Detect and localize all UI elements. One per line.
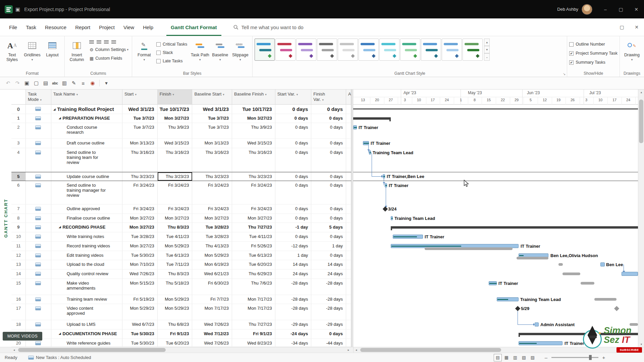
filter-chevron-icon[interactable]: ▾ (223, 93, 224, 96)
title-save-icon[interactable]: ▣ (15, 6, 20, 12)
collapse-triangle-icon[interactable]: ◢ (53, 108, 56, 111)
gantt-style-9[interactable] (421, 39, 441, 61)
overflow-cell[interactable] (346, 260, 351, 269)
start-var-cell[interactable]: -12 days (275, 242, 312, 251)
baseline-button[interactable]: Baseline▾ (210, 38, 230, 69)
overflow-cell[interactable] (346, 242, 351, 251)
overflow-cell[interactable] (346, 105, 351, 114)
finish-var-cell[interactable]: 0 days (311, 214, 346, 223)
task-usage-view-button[interactable]: ▦ (502, 354, 511, 361)
finish-var-cell[interactable]: 14 days (311, 260, 346, 269)
filter-chevron-icon[interactable]: ▾ (297, 93, 298, 96)
critical-tasks-checkbox[interactable]: Critical Tasks (156, 41, 187, 48)
row-number-cell[interactable]: 0 (11, 105, 26, 114)
finish-var-cell[interactable]: 0 days (311, 123, 346, 138)
task-mode-cell[interactable] (26, 114, 51, 123)
gantt-milestone-diamond[interactable] (515, 306, 521, 311)
start-var-cell[interactable]: 0 days (275, 139, 312, 148)
gantt-style-6[interactable] (359, 39, 379, 61)
gallery-up-button[interactable]: ▴ (484, 39, 490, 46)
task-name-cell[interactable]: Quality control review (51, 269, 122, 279)
overflow-cell[interactable] (346, 232, 351, 241)
format-button[interactable]: ✎Format▾ (134, 38, 154, 69)
row-number-cell[interactable]: 10 (11, 232, 26, 241)
gantt-summary-bar[interactable] (353, 117, 391, 120)
row-number-cell[interactable]: 6 (11, 181, 26, 204)
row-number-cell[interactable]: 14 (11, 269, 26, 279)
start-cell[interactable]: Tue 5/30/23 (122, 339, 158, 347)
task-mode-cell[interactable] (26, 223, 51, 232)
tab-task[interactable]: Task (21, 18, 41, 36)
undo-button[interactable]: ↶ (3, 78, 13, 88)
start-cell[interactable]: Wed 6/7/23 (122, 320, 158, 329)
baseline-finish-cell[interactable]: Thu 7/27/23 (232, 223, 275, 232)
task-mode-cell[interactable] (26, 260, 51, 269)
subscribe-badge[interactable]: SUBSCRIBE (616, 347, 642, 353)
task-name-cell[interactable]: Update course outline (51, 172, 122, 181)
gantt-style-7[interactable] (379, 39, 399, 61)
row-number-cell[interactable]: 12 (11, 251, 26, 260)
tab-resource[interactable]: Resource (41, 18, 71, 36)
gantt-task-bar[interactable] (353, 125, 357, 129)
outline-button[interactable]: ≡ (78, 78, 88, 88)
finish-var-cell[interactable]: 0 days (311, 232, 346, 241)
filter-chevron-icon[interactable]: ▾ (76, 93, 78, 96)
baseline-start-cell[interactable]: Thu 4/13/23 (192, 242, 232, 251)
finish-cell[interactable]: Tue 7/11/23 (158, 260, 193, 269)
row-number-cell[interactable]: 1 (11, 114, 26, 123)
start-cell[interactable]: Mon 3/13/23 (122, 139, 158, 148)
start-var-cell[interactable]: 14 days (275, 260, 312, 269)
task-name-cell[interactable]: Edit training videos (51, 251, 122, 260)
finish-var-cell[interactable]: 0 days (311, 181, 346, 204)
baseline-start-cell[interactable]: Mon 3/13/23 (192, 139, 232, 148)
baseline-start-cell[interactable]: Tue 3/7/23 (192, 123, 232, 138)
team-planner-view-button[interactable]: ▥ (511, 354, 519, 361)
finish-cell[interactable]: Tue 6/13/23 (158, 251, 193, 260)
gantt-task-bar[interactable] (489, 281, 497, 285)
gantt-task-bar[interactable] (600, 262, 605, 266)
gallery-down-button[interactable]: ▾ (484, 46, 490, 53)
task-mode-cell[interactable] (26, 232, 51, 241)
baseline-start-cell[interactable]: Wed 6/21/23 (192, 269, 232, 279)
task-mode-cell[interactable] (26, 172, 51, 181)
start-cell[interactable]: Mon 3/27/23 (122, 214, 158, 223)
column-settings-button[interactable]: ⚙Column Settings▾ (88, 46, 130, 54)
finish-var-cell[interactable]: 0 days (311, 204, 346, 214)
summary-tasks-checkbox[interactable]: ✔Summary Tasks (569, 59, 618, 66)
overflow-cell[interactable] (346, 269, 351, 279)
tab-project[interactable]: Project (95, 18, 119, 36)
start-cell[interactable]: Wed 3/1/23 (122, 105, 158, 114)
scroll-left-arrow[interactable]: ◂ (354, 347, 359, 353)
layout-button[interactable]: Layout (42, 38, 62, 69)
column-header-baseline_start[interactable]: Baseline Start▾ (192, 89, 232, 104)
baseline-finish-cell[interactable]: Fri 5/26/23 (232, 242, 275, 251)
column-header-name[interactable]: Task Name▾ (51, 89, 122, 104)
maximize-button[interactable]: ▢ (613, 0, 629, 18)
overflow-cell[interactable] (346, 279, 351, 295)
baseline-start-cell[interactable]: Mon 3/27/23 (192, 214, 232, 223)
finish-cell[interactable]: Mon 3/27/23 (158, 214, 193, 223)
gantt-task-bar[interactable] (383, 174, 385, 178)
baseline-start-cell[interactable]: Mon 7/17/23 (192, 304, 232, 320)
baseline-finish-cell[interactable]: Tue 4/11/23 (232, 232, 275, 241)
task-mode-cell[interactable] (26, 251, 51, 260)
start-var-cell[interactable]: 0 days (275, 214, 312, 223)
finish-cell[interactable]: Tue 6/20/23 (158, 339, 193, 347)
gantt-task-bar[interactable] (363, 141, 369, 145)
start-cell[interactable]: Fri 5/19/23 (122, 295, 158, 304)
project-summary-task-checkbox[interactable]: ✔Project Summary Task (569, 50, 618, 57)
baseline-finish-cell[interactable]: Fri 3/24/23 (232, 181, 275, 204)
baseline-finish-cell[interactable]: Mon 3/27/23 (232, 114, 275, 123)
task-name-cell[interactable]: Draft course outline (51, 139, 122, 148)
overflow-cell[interactable] (346, 329, 351, 339)
finish-var-cell[interactable]: 0 days (311, 114, 346, 123)
vertical-scrollbar[interactable]: ▴ ▾ (638, 89, 644, 347)
task-name-cell[interactable]: Make video ammendments (51, 279, 122, 295)
task-name-cell[interactable]: Send outline to training team for review (51, 148, 122, 172)
format-painter-button[interactable]: ✎ (69, 78, 78, 88)
align-left-button[interactable] (88, 39, 95, 45)
row-number-cell[interactable]: 2 (11, 123, 26, 138)
finish-var-cell[interactable]: 0 days (311, 329, 346, 339)
gantt-chart-view-button[interactable]: ▤ (494, 354, 502, 361)
column-header-mode[interactable]: TaskMode▾ (26, 89, 51, 104)
